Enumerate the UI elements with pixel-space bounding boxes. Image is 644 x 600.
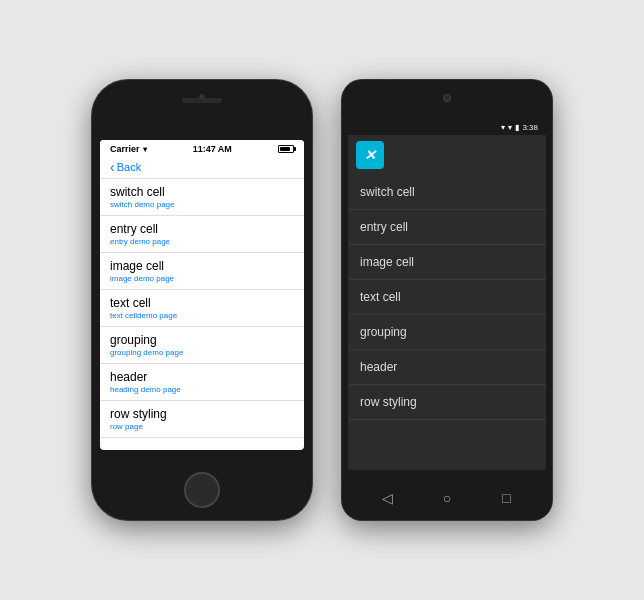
android-list-item[interactable]: text cell [348,280,546,315]
ios-list-item[interactable]: header heading demo page [100,364,304,401]
ios-time: 11:47 AM [193,144,232,154]
android-app-icon: ✕ [356,141,384,169]
android-item-title: row styling [360,395,534,409]
android-back-button[interactable]: ◁ [378,488,398,508]
wifi-icon: ▾ [143,145,147,154]
battery-icon [278,145,294,153]
battery-icon: ▮ [515,123,519,132]
carrier-label: Carrier [110,144,140,154]
ios-list-item[interactable]: switch cell switch demo page [100,179,304,216]
ios-phone: Carrier ▾ 11:47 AM ‹ Back switch cell sw… [92,80,312,520]
android-phone: ▾ ▾ ▮ 3:38 ✕ switch cell entry cell imag… [342,80,552,520]
app-logo: ✕ [364,147,376,164]
ios-home-button[interactable] [184,472,220,508]
android-header: ✕ [348,135,546,175]
android-home-button[interactable]: ○ [437,488,457,508]
ios-item-title: switch cell [110,185,294,199]
ios-item-title: grouping [110,333,294,347]
android-item-title: text cell [360,290,534,304]
ios-item-title: header [110,370,294,384]
android-item-title: grouping [360,325,534,339]
android-nav-bar: ◁ ○ □ [342,476,552,520]
phones-container: Carrier ▾ 11:47 AM ‹ Back switch cell sw… [72,60,572,540]
android-list-item[interactable]: grouping [348,315,546,350]
android-status-icons: ▾ ▾ ▮ 3:38 [501,123,538,132]
back-icon: ◁ [382,490,393,506]
ios-item-subtitle: grouping demo page [110,348,294,357]
ios-item-title: row styling [110,407,294,421]
android-list-item[interactable]: row styling [348,385,546,420]
ios-item-title: image cell [110,259,294,273]
ios-status-bar: Carrier ▾ 11:47 AM [100,140,304,156]
ios-item-subtitle: image demo page [110,274,294,283]
ios-list: switch cell switch demo page entry cell … [100,179,304,450]
ios-carrier: Carrier ▾ [110,144,147,154]
ios-item-subtitle: switch demo page [110,200,294,209]
battery-fill [280,147,290,151]
android-status-bar: ▾ ▾ ▮ 3:38 [348,120,546,135]
ios-screen: Carrier ▾ 11:47 AM ‹ Back switch cell sw… [100,140,304,450]
signal-icon: ▾ [501,123,505,132]
android-item-title: entry cell [360,220,534,234]
android-time: 3:38 [522,123,538,132]
ios-list-item[interactable]: grouping grouping demo page [100,327,304,364]
ios-speaker [182,98,222,103]
android-item-title: switch cell [360,185,534,199]
ios-item-title: text cell [110,296,294,310]
ios-item-subtitle: entry demo page [110,237,294,246]
android-camera [443,94,451,102]
android-list-item[interactable]: switch cell [348,175,546,210]
ios-item-subtitle: row page [110,422,294,431]
android-list-item[interactable]: image cell [348,245,546,280]
back-button[interactable]: ‹ Back [110,160,141,174]
ios-item-subtitle: text celldemo page [110,311,294,320]
chevron-left-icon: ‹ [110,160,115,174]
android-item-title: image cell [360,255,534,269]
home-icon: ○ [443,490,451,506]
recent-icon: □ [502,490,510,506]
ios-item-subtitle: heading demo page [110,385,294,394]
android-list-item[interactable]: entry cell [348,210,546,245]
back-label: Back [117,161,141,173]
android-list-item[interactable]: header [348,350,546,385]
ios-item-title: entry cell [110,222,294,236]
ios-list-item[interactable]: entry cell entry demo page [100,216,304,253]
android-screen: ▾ ▾ ▮ 3:38 ✕ switch cell entry cell imag… [348,120,546,470]
ios-nav-bar: ‹ Back [100,156,304,179]
ios-list-item[interactable]: row styling row page [100,401,304,438]
wifi-icon: ▾ [508,123,512,132]
ios-list-item[interactable]: image cell image demo page [100,253,304,290]
android-item-title: header [360,360,534,374]
android-list: switch cell entry cell image cell text c… [348,175,546,470]
ios-list-item[interactable]: text cell text celldemo page [100,290,304,327]
android-recent-button[interactable]: □ [496,488,516,508]
